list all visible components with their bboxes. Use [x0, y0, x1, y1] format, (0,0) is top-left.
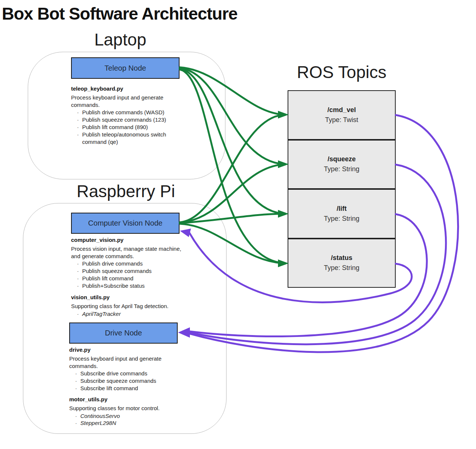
computer-vision-file-block: computer_vision.py Process vision input,…	[71, 236, 182, 290]
bullet-item: Subscribe drive commands	[80, 370, 168, 377]
bullet-item: ContinousServo	[80, 412, 168, 420]
bullet-list: ContinousServo StepperL298N	[69, 412, 180, 427]
bullet-item: Publish teleop/autonomous switch command…	[82, 131, 170, 146]
bullet-list: AprilTagTracker	[71, 310, 182, 318]
file-name: drive.py	[69, 346, 168, 354]
bullet-list: Publish drive commands Publish squeeze c…	[71, 260, 182, 289]
ros-topic-stack: /cmd_vel Type: Twist /squeeze Type: Stri…	[288, 90, 396, 288]
bullet-item: Subscribe lift command	[80, 385, 168, 392]
file-name: vision_utils.py	[71, 294, 182, 301]
bullet-item: AprilTagTracker	[82, 310, 170, 318]
bullet-item: Publish lift command	[82, 275, 170, 282]
bullet-item: Publish squeeze commands (123)	[82, 116, 170, 124]
drive-node-box: Drive Node	[69, 323, 178, 344]
topic-squeeze: /squeeze Type: String	[288, 140, 396, 189]
publish-arrowheads	[278, 111, 289, 267]
raspberry-pi-section-label: Raspberry Pi	[74, 181, 178, 201]
lift-arrowhead-icon	[278, 210, 289, 218]
topic-cmd-vel: /cmd_vel Type: Twist	[288, 90, 396, 140]
bullet-item: Publish drive commands (WASD)	[82, 109, 170, 116]
file-name: computer_vision.py	[71, 236, 182, 244]
page-title: Box Bot Software Architecture	[2, 4, 237, 24]
topic-name: /status	[331, 254, 352, 262]
topic-type: Type: String	[324, 215, 359, 223]
teleop-node-box: Teleop Node	[71, 57, 180, 79]
bullet-item: Publish lift command (890)	[82, 124, 170, 131]
diagram-canvas: Box Bot Software Architecture Laptop ROS…	[0, 0, 476, 449]
drive-node-label: Drive Node	[105, 329, 142, 337]
topic-name: /squeeze	[328, 155, 356, 163]
file-description: Supporting classes for motor control.	[69, 405, 180, 412]
bullet-item: Publish squeeze commands	[82, 267, 170, 275]
computer-vision-node-label: Computer Vision Node	[88, 219, 162, 227]
topic-lift: /lift Type: String	[288, 189, 396, 239]
file-description: Process keyboard input and generatecomma…	[71, 94, 170, 109]
bullet-list: Subscribe drive commands Subscribe squee…	[69, 370, 168, 392]
status-arrowhead-icon	[278, 260, 289, 267]
topic-type: Type: String	[324, 165, 359, 173]
vision-utils-file-block: vision_utils.py Supporting class for Apr…	[71, 294, 182, 317]
topic-type: Type: String	[324, 264, 359, 272]
file-description: Process keyboard input and generatecomma…	[69, 355, 168, 370]
topic-name: /cmd_vel	[327, 106, 356, 114]
file-name: motor_utils.py	[69, 396, 180, 403]
teleop-file-block: teleop_keyboard.py Process keyboard inpu…	[71, 85, 170, 145]
drive-file-block: drive.py Process keyboard input and gene…	[69, 346, 168, 392]
squeeze-arrowhead-icon	[278, 161, 289, 168]
motor-utils-file-block: motor_utils.py Supporting classes for mo…	[69, 396, 180, 427]
topic-status: /status Type: String	[288, 239, 396, 288]
bullet-item: Publish+Subscribe status	[82, 282, 170, 290]
computer-vision-node-box: Computer Vision Node	[71, 213, 180, 234]
cmdvel-arrowhead-icon	[278, 111, 289, 119]
laptop-section-label: Laptop	[52, 30, 189, 50]
file-name: teleop_keyboard.py	[71, 85, 170, 92]
topic-type: Type: Twist	[325, 116, 358, 124]
bullet-item: Publish drive commands	[82, 260, 170, 267]
bullet-item: Subscribe squeeze commands	[80, 377, 168, 385]
file-description: Process vision input, manage state machi…	[71, 245, 182, 260]
ros-topics-section-label: ROS Topics	[288, 62, 396, 82]
topic-name: /lift	[337, 205, 347, 213]
bullet-list: Publish drive commands (WASD) Publish sq…	[71, 109, 170, 145]
bullet-item: StepperL298N	[80, 419, 168, 427]
file-description: Supporting class for April Tag detection…	[71, 303, 182, 310]
teleop-node-label: Teleop Node	[104, 64, 146, 72]
